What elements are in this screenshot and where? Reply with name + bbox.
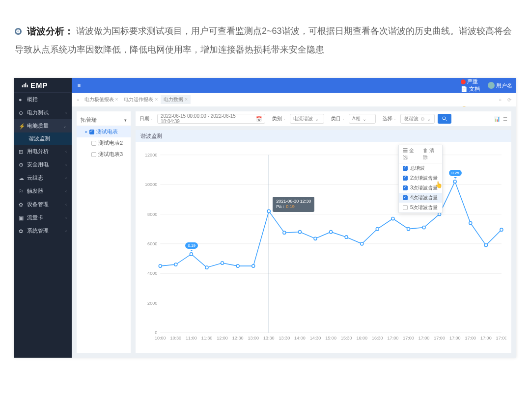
svg-point-40 <box>159 264 162 267</box>
dropdown-option[interactable]: 4次谐波含量 <box>399 193 442 203</box>
tree-item-测试电表[interactable]: ▸测试电表 <box>77 126 131 137</box>
bullet-icon <box>15 28 22 35</box>
sidebar: EMP ●概括⊙电力测试‹⚡电能质量⌄谐波监测⊞用电分析‹⚙安全用电‹☁云组态‹… <box>14 78 72 358</box>
close-icon[interactable]: × <box>185 97 188 102</box>
tab-电力极值报表[interactable]: 电力极值报表× <box>82 95 121 104</box>
data-badge: 0.19 <box>185 242 198 249</box>
date-label: 日期： <box>139 115 154 122</box>
svg-point-50 <box>314 237 317 240</box>
filter-bar: 日期： 2022-06-15 00:00:00 - 2022-06-15 18:… <box>136 111 511 126</box>
type1-select[interactable]: 电流谐波⌄ <box>290 114 324 124</box>
search-button[interactable] <box>438 114 451 124</box>
svg-text:13:30: 13:30 <box>263 336 275 341</box>
refresh-icon[interactable]: ⟳ <box>507 97 511 103</box>
sidebar-item-云组态[interactable]: ☁云组态‹ <box>14 171 72 184</box>
close-icon[interactable]: × <box>155 97 158 102</box>
harmonic-dropdown[interactable]: ☰ 全选 🗑 清除 总谐波2次谐波含量3次谐波含量4次谐波含量5次谐波含量 <box>398 145 443 213</box>
calendar-icon: 📅 <box>256 116 262 122</box>
logo-text: EMP <box>30 81 48 89</box>
chevron-down-icon: ⌄ <box>315 116 319 122</box>
sidebar-item-电能质量[interactable]: ⚡电能质量⌄ <box>14 119 72 132</box>
dropdown-option[interactable]: 总谐波 <box>399 163 442 173</box>
dropdown-option[interactable]: 5次谐波含量 <box>399 203 442 212</box>
sidebar-item-电力测试[interactable]: ⊙电力测试‹ <box>14 106 72 119</box>
svg-text:6000: 6000 <box>147 241 157 246</box>
list-view-icon[interactable]: ☰ <box>503 116 507 122</box>
checkbox[interactable] <box>91 152 96 157</box>
tab-电力数据[interactable]: 电力数据× <box>161 95 191 104</box>
checkbox[interactable] <box>91 141 96 146</box>
svg-point-48 <box>283 231 286 234</box>
checkbox[interactable] <box>403 176 408 181</box>
chevron-down-icon: ▾ <box>124 118 127 123</box>
svg-text:17:00: 17:00 <box>403 336 414 341</box>
checkbox[interactable] <box>403 185 408 190</box>
close-icon[interactable]: × <box>115 97 118 102</box>
tree-item-测试电表2[interactable]: 测试电表2 <box>77 137 131 149</box>
tab-电力运作报表[interactable]: 电力运作报表× <box>121 95 161 104</box>
svg-point-53 <box>361 242 363 245</box>
main-content: 拓普瑞 ▾ ▸测试电表测试电表2测试电表3 日期： 2022-06-15 00:… <box>72 106 516 358</box>
topbar-严重[interactable]: 严重 <box>461 78 480 85</box>
user-menu[interactable]: 用户名 <box>488 82 512 89</box>
svg-point-52 <box>345 236 348 238</box>
svg-point-49 <box>298 231 301 234</box>
svg-text:10:00: 10:00 <box>155 336 166 341</box>
nav-icon: ● <box>19 97 24 102</box>
svg-text:12000: 12000 <box>145 153 157 158</box>
svg-text:0: 0 <box>155 330 157 335</box>
checkbox[interactable] <box>89 130 94 134</box>
nav-icon: ⚙ <box>19 162 24 167</box>
svg-point-61 <box>484 244 487 247</box>
svg-text:14:00: 14:00 <box>294 336 306 341</box>
harmonic-select[interactable]: 总谐波⚙⌄ <box>400 114 435 124</box>
checkbox[interactable] <box>403 205 408 210</box>
svg-text:10000: 10000 <box>145 182 157 187</box>
sidebar-item-设备管理[interactable]: ✿设备管理‹ <box>14 198 72 211</box>
chevron-icon: ‹ <box>65 189 67 194</box>
chart-area[interactable]: 02000400060008000100001200010:0010:3011:… <box>140 145 506 348</box>
chart-panel: 谐波监测 ☰ 全选 🗑 清除 总谐波2次谐波含量3次谐波含量4次谐波含量5次谐波… <box>136 130 511 353</box>
sidebar-item-系统管理[interactable]: ✿系统管理‹ <box>14 224 72 237</box>
intro-body: 谐波做为国标要求测试项目，用户可查看监测点2~63谐波，可根据日期查看各次谐波的… <box>15 26 512 54</box>
sidebar-item-触发器[interactable]: ⚐触发器‹ <box>14 184 72 198</box>
chart-view-icon[interactable]: 📊 <box>494 116 500 122</box>
svg-text:11:00: 11:00 <box>186 336 197 341</box>
topbar-文档[interactable]: 📄文档 <box>461 85 480 93</box>
svg-text:17:00: 17:00 <box>434 336 445 341</box>
checkbox[interactable] <box>403 166 408 171</box>
select-all-link[interactable]: ☰ 全选 <box>403 147 418 161</box>
svg-point-45 <box>236 264 239 267</box>
clear-link[interactable]: 🗑 清除 <box>423 147 438 161</box>
device-tree: 拓普瑞 ▾ ▸测试电表测试电表2测试电表3 <box>77 111 131 353</box>
svg-point-58 <box>438 213 441 216</box>
type2-label: 类目： <box>331 115 346 122</box>
checkbox[interactable] <box>403 195 408 200</box>
svg-text:2000: 2000 <box>147 301 157 306</box>
nav-icon: ⚡ <box>19 123 24 129</box>
menu-toggle-icon[interactable]: ≡ <box>72 82 86 88</box>
sidebar-item-概括[interactable]: ●概括 <box>14 93 72 106</box>
sidebar-item-谐波监测[interactable]: 谐波监测 <box>14 132 72 145</box>
sidebar-item-流量卡[interactable]: ▣流量卡‹ <box>14 211 72 224</box>
svg-point-47 <box>267 210 270 213</box>
svg-point-55 <box>391 217 394 220</box>
type2-select[interactable]: A相⌄ <box>349 114 376 124</box>
breadcrumb-next-icon[interactable]: » <box>499 97 502 103</box>
breadcrumb-prev-icon[interactable]: « <box>77 97 80 103</box>
date-field[interactable]: 2022-06-15 00:00:00 - 2022-06-15 18:04:3… <box>157 114 265 124</box>
gear-icon: ⚙ <box>420 116 425 122</box>
sidebar-item-用电分析[interactable]: ⊞用电分析‹ <box>14 145 72 158</box>
svg-point-60 <box>469 222 472 225</box>
chevron-icon: ‹ <box>65 162 67 167</box>
svg-point-54 <box>376 228 379 231</box>
tree-item-测试电表3[interactable]: 测试电表3 <box>77 149 131 160</box>
chevron-icon: ‹ <box>65 202 67 207</box>
svg-line-1 <box>446 120 447 121</box>
nav-icon: ⊙ <box>19 110 24 115</box>
chevron-down-icon: ⌄ <box>427 116 431 122</box>
caret-icon: ▸ <box>85 130 87 134</box>
sidebar-item-安全用电[interactable]: ⚙安全用电‹ <box>14 158 72 171</box>
tree-header[interactable]: 拓普瑞 ▾ <box>77 114 131 126</box>
svg-point-56 <box>407 228 410 231</box>
